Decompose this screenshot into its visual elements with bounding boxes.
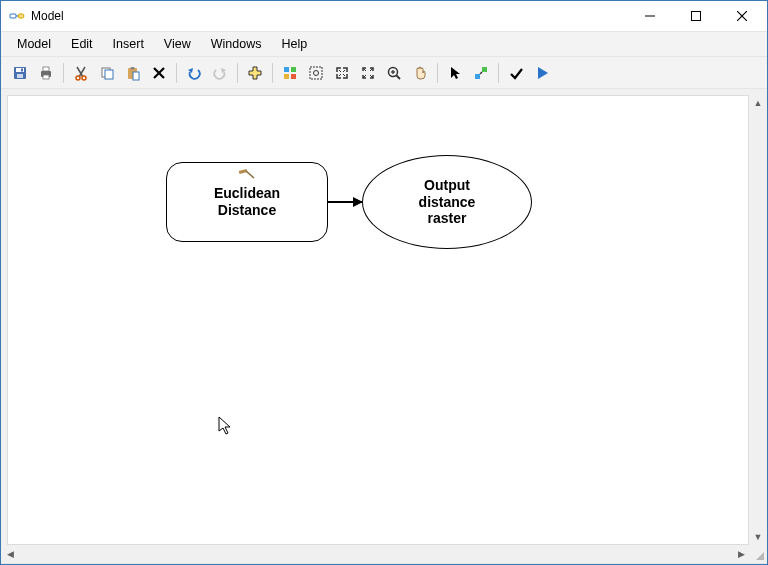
- toolbar-separator: [498, 63, 499, 83]
- svg-rect-13: [43, 75, 49, 79]
- svg-rect-30: [284, 74, 289, 79]
- svg-rect-0: [10, 14, 16, 18]
- redo-button[interactable]: [207, 60, 233, 86]
- workspace: Euclidean Distance Output distance raste…: [1, 89, 767, 563]
- svg-rect-31: [291, 74, 296, 79]
- menu-help[interactable]: Help: [271, 33, 317, 55]
- delete-button[interactable]: [146, 60, 172, 86]
- toolbar-separator: [437, 63, 438, 83]
- window-titlebar: Model: [1, 1, 767, 31]
- svg-marker-27: [249, 67, 261, 79]
- window-controls: [627, 1, 765, 31]
- select-button[interactable]: [442, 60, 468, 86]
- save-button[interactable]: [7, 60, 33, 86]
- scroll-left-icon[interactable]: ◀: [2, 546, 18, 562]
- tool-node-label-line2: Distance: [218, 202, 276, 219]
- svg-rect-32: [310, 67, 322, 79]
- app-icon: [9, 8, 25, 24]
- paste-button[interactable]: [120, 60, 146, 86]
- svg-rect-10: [21, 68, 23, 71]
- menu-model[interactable]: Model: [7, 33, 61, 55]
- horizontal-scrollbar[interactable]: ◀ ▶: [2, 546, 749, 562]
- undo-button[interactable]: [181, 60, 207, 86]
- copy-button[interactable]: [94, 60, 120, 86]
- zoom-tool-button[interactable]: [381, 60, 407, 86]
- svg-marker-46: [451, 67, 460, 79]
- scroll-right-icon[interactable]: ▶: [733, 546, 749, 562]
- zoom-out-group-button[interactable]: [355, 60, 381, 86]
- connector-arrow[interactable]: [328, 201, 362, 203]
- mouse-cursor-icon: [218, 416, 232, 436]
- toolbar-separator: [176, 63, 177, 83]
- menu-insert[interactable]: Insert: [103, 33, 154, 55]
- toolbar-separator: [63, 63, 64, 83]
- svg-rect-28: [284, 67, 289, 72]
- svg-rect-19: [105, 70, 113, 79]
- svg-point-2: [18, 14, 24, 18]
- svg-point-16: [76, 76, 80, 80]
- output-node-label-line3: raster: [419, 210, 476, 227]
- svg-line-43: [397, 75, 401, 79]
- validate-button[interactable]: [503, 60, 529, 86]
- svg-rect-4: [692, 12, 701, 21]
- svg-line-34: [339, 70, 341, 72]
- svg-line-52: [246, 171, 254, 178]
- menubar: Model Edit Insert View Windows Help: [1, 31, 767, 57]
- toolbar-separator: [237, 63, 238, 83]
- maximize-button[interactable]: [673, 1, 719, 31]
- toolbar-separator: [272, 63, 273, 83]
- svg-line-35: [343, 70, 345, 72]
- svg-rect-22: [133, 72, 139, 80]
- svg-rect-48: [482, 67, 487, 72]
- svg-rect-47: [475, 74, 480, 79]
- tool-node-euclidean-distance[interactable]: Euclidean Distance: [166, 162, 328, 242]
- svg-rect-29: [291, 67, 296, 72]
- zoom-in-group-button[interactable]: [329, 60, 355, 86]
- vertical-scrollbar[interactable]: ▲ ▼: [750, 95, 766, 545]
- menu-windows[interactable]: Windows: [201, 33, 272, 55]
- cut-button[interactable]: [68, 60, 94, 86]
- output-node-label-line2: distance: [419, 194, 476, 211]
- resize-grip-icon[interactable]: [750, 546, 766, 562]
- menu-edit[interactable]: Edit: [61, 33, 103, 55]
- svg-point-33: [314, 70, 319, 75]
- add-data-button[interactable]: [242, 60, 268, 86]
- svg-rect-21: [131, 67, 135, 70]
- connect-button[interactable]: [468, 60, 494, 86]
- output-node-label-line1: Output: [419, 177, 476, 194]
- toolbar: [1, 57, 767, 89]
- svg-line-36: [339, 74, 341, 76]
- svg-marker-53: [219, 417, 230, 434]
- run-button[interactable]: [529, 60, 555, 86]
- svg-line-37: [343, 74, 345, 76]
- svg-marker-50: [538, 67, 548, 79]
- close-button[interactable]: [719, 1, 765, 31]
- scroll-down-icon[interactable]: ▼: [750, 529, 766, 545]
- svg-point-17: [82, 76, 86, 80]
- menu-view[interactable]: View: [154, 33, 201, 55]
- svg-rect-12: [43, 67, 49, 71]
- output-node-distance-raster[interactable]: Output distance raster: [362, 155, 532, 249]
- full-extent-button[interactable]: [303, 60, 329, 86]
- model-canvas[interactable]: Euclidean Distance Output distance raste…: [7, 95, 749, 545]
- window-title: Model: [31, 9, 627, 23]
- hammer-icon: [238, 167, 256, 185]
- scroll-up-icon[interactable]: ▲: [750, 95, 766, 111]
- svg-line-49: [480, 72, 482, 74]
- pan-button[interactable]: [407, 60, 433, 86]
- svg-rect-9: [17, 74, 23, 78]
- print-button[interactable]: [33, 60, 59, 86]
- auto-layout-button[interactable]: [277, 60, 303, 86]
- minimize-button[interactable]: [627, 1, 673, 31]
- tool-node-label-line1: Euclidean: [214, 185, 280, 202]
